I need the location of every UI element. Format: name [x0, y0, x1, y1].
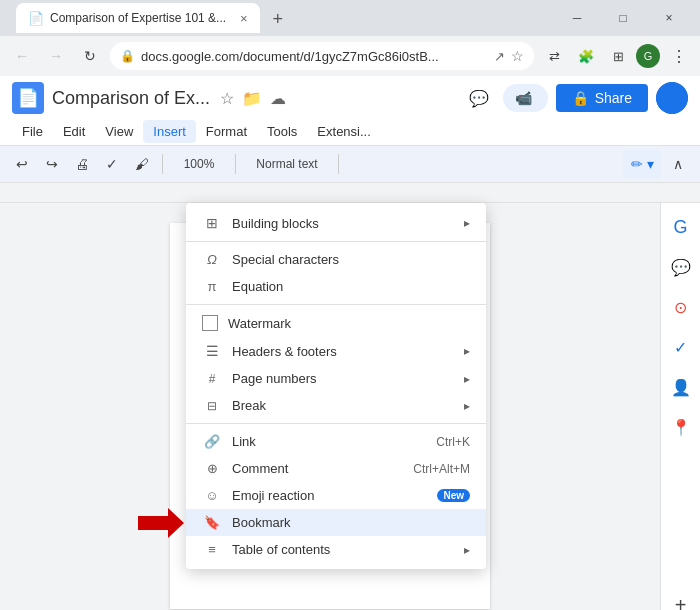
docs-logo: 📄 — [12, 82, 44, 114]
new-tab-button[interactable]: + — [264, 5, 292, 33]
page-numbers-arrow: ▸ — [464, 372, 470, 386]
avatar-image — [656, 82, 688, 114]
menu-item-watermark[interactable]: Watermark — [186, 309, 486, 337]
forward-button[interactable]: → — [42, 42, 70, 70]
toolbar-separator-3 — [338, 154, 339, 174]
menu-view[interactable]: View — [95, 120, 143, 143]
red-arrow-indicator — [138, 508, 184, 538]
docs-logo-icon: 📄 — [17, 87, 39, 109]
normal-text-button[interactable]: Normal text — [242, 150, 332, 178]
separator-3 — [186, 423, 486, 424]
pencil-icon: ✏ — [631, 156, 643, 172]
emoji-label: Emoji reaction — [232, 488, 419, 503]
menu-tools[interactable]: Tools — [257, 120, 307, 143]
new-badge: New — [437, 489, 470, 502]
ext-btn-3[interactable]: ⊞ — [604, 42, 632, 70]
tab-close-icon[interactable]: × — [240, 11, 248, 26]
menu-item-equation[interactable]: π Equation — [186, 273, 486, 300]
emoji-icon: ☺ — [202, 488, 222, 503]
address-bar[interactable]: 🔒 docs.google.com/document/d/1gycZ7mGc86… — [110, 42, 534, 70]
menu-item-break[interactable]: ⊟ Break ▸ — [186, 392, 486, 419]
back-button[interactable]: ← — [8, 42, 36, 70]
comments-button[interactable]: 💬 — [463, 82, 495, 114]
ext-btn-1[interactable]: ⇄ — [540, 42, 568, 70]
menu-item-special-chars[interactable]: Ω Special characters — [186, 246, 486, 273]
browser-navbar: ← → ↻ 🔒 docs.google.com/document/d/1gycZ… — [0, 36, 700, 76]
maximize-button[interactable]: □ — [600, 0, 646, 36]
menu-format[interactable]: Format — [196, 120, 257, 143]
page-info-icon: ↗ — [494, 49, 505, 64]
lock-icon: 🔒 — [120, 49, 135, 63]
tab-favicon: 📄 — [28, 11, 44, 26]
bookmark-label: Bookmark — [232, 515, 470, 530]
headers-footers-label: Headers & footers — [232, 344, 454, 359]
share-button[interactable]: 🔒 Share — [556, 84, 648, 112]
cloud-icon[interactable]: ☁ — [270, 89, 286, 108]
menu-item-emoji-reaction[interactable]: ☺ Emoji reaction New — [186, 482, 486, 509]
menu-item-headers-footers[interactable]: ☰ Headers & footers ▸ — [186, 337, 486, 365]
window-controls: ─ □ × — [554, 0, 692, 36]
headers-footers-icon: ☰ — [202, 343, 222, 359]
meet-button[interactable]: 📹 — [503, 84, 548, 112]
menu-edit[interactable]: Edit — [53, 120, 95, 143]
link-shortcut: Ctrl+K — [436, 435, 470, 449]
menu-item-page-numbers[interactable]: # Page numbers ▸ — [186, 365, 486, 392]
active-tab[interactable]: 📄 Comparison of Expertise 101 &... × — [16, 3, 260, 33]
link-icon: 🔗 — [202, 434, 222, 449]
print-button[interactable]: 🖨 — [68, 150, 96, 178]
menu-item-building-blocks[interactable]: ⊞ Building blocks ▸ — [186, 209, 486, 237]
minimize-button[interactable]: ─ — [554, 0, 600, 36]
building-blocks-icon: ⊞ — [202, 215, 222, 231]
bookmark-icon: 🔖 — [202, 515, 222, 530]
break-label: Break — [232, 398, 454, 413]
pencil-edit-button[interactable]: ✏ ▾ — [623, 150, 662, 178]
refresh-button[interactable]: ↻ — [76, 42, 104, 70]
ext-btn-2[interactable]: 🧩 — [572, 42, 600, 70]
ruler — [0, 183, 700, 203]
meet-icon: 📹 — [515, 90, 532, 106]
zoom-button[interactable]: 100% — [169, 150, 229, 178]
menu-dots-button[interactable]: ⋮ — [664, 42, 692, 70]
user-avatar[interactable] — [656, 82, 688, 114]
bookmark-star-icon[interactable]: ☆ — [511, 48, 524, 64]
menu-item-link[interactable]: 🔗 Link Ctrl+K — [186, 428, 486, 455]
main-content: me where the ou an chance. here its outc… — [0, 203, 700, 610]
folder-icon[interactable]: 📁 — [242, 89, 262, 108]
break-arrow: ▸ — [464, 399, 470, 413]
profile-avatar[interactable]: G — [636, 44, 660, 68]
menu-insert[interactable]: Insert — [143, 120, 196, 143]
comment-icon: ⊕ — [202, 461, 222, 476]
docs-toolbar: ↩ ↪ 🖨 ✓ 🖌 100% Normal text ✏ ▾ ∧ — [0, 146, 700, 183]
close-button[interactable]: × — [646, 0, 692, 36]
paint-format-button[interactable]: 🖌 — [128, 150, 156, 178]
menu-item-comment[interactable]: ⊕ Comment Ctrl+Alt+M — [186, 455, 486, 482]
building-blocks-arrow: ▸ — [464, 216, 470, 230]
page-numbers-icon: # — [202, 372, 222, 386]
arrow-svg — [138, 508, 184, 538]
collapse-button[interactable]: ∧ — [664, 150, 692, 178]
browser-titlebar: 📄 Comparison of Expertise 101 &... × + ─… — [0, 0, 700, 36]
special-chars-label: Special characters — [232, 252, 470, 267]
equation-label: Equation — [232, 279, 470, 294]
star-icon[interactable]: ☆ — [220, 89, 234, 108]
separator-2 — [186, 304, 486, 305]
menu-extensions[interactable]: Extensi... — [307, 120, 380, 143]
watermark-icon — [202, 315, 218, 331]
menu-item-table-of-contents[interactable]: ≡ Table of contents ▸ — [186, 536, 486, 563]
dropdown-overlay: ⊞ Building blocks ▸ Ω Special characters… — [0, 203, 700, 610]
spell-check-button[interactable]: ✓ — [98, 150, 126, 178]
undo-button[interactable]: ↩ — [8, 150, 36, 178]
lock-share-icon: 🔒 — [572, 90, 589, 106]
menu-file[interactable]: File — [12, 120, 53, 143]
page-numbers-label: Page numbers — [232, 371, 454, 386]
building-blocks-label: Building blocks — [232, 216, 454, 231]
menu-item-bookmark[interactable]: 🔖 Bookmark — [186, 509, 486, 536]
redo-button[interactable]: ↪ — [38, 150, 66, 178]
toc-label: Table of contents — [232, 542, 454, 557]
separator-1 — [186, 241, 486, 242]
docs-title: Comparison of Ex... — [52, 88, 212, 109]
edit-dropdown-icon: ▾ — [647, 156, 654, 172]
docs-menu: File Edit View Insert Format Tools Exten… — [12, 118, 688, 145]
special-chars-icon: Ω — [202, 252, 222, 267]
toolbar-separator-1 — [162, 154, 163, 174]
